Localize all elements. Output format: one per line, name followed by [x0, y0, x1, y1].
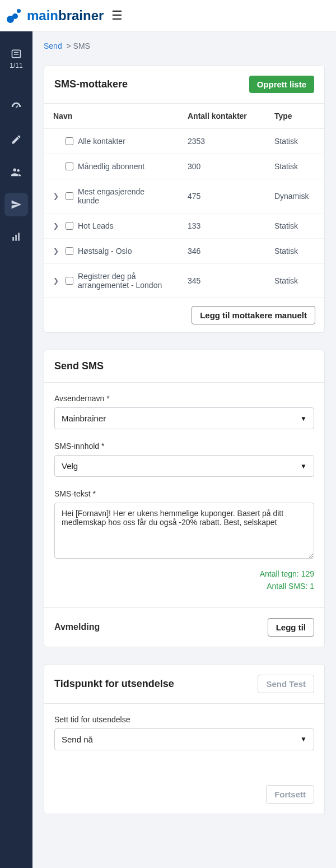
- svg-rect-5: [12, 237, 14, 241]
- row-checkbox[interactable]: [66, 192, 73, 200]
- timing-card: Tidspunkt for utsendelse Send Test Sett …: [44, 664, 325, 814]
- row-type: Statisk: [265, 129, 324, 154]
- row-checkbox[interactable]: [66, 247, 73, 255]
- add-manual-button[interactable]: Legg til mottakere manuelt: [192, 306, 315, 324]
- row-contacts: 133: [179, 213, 265, 239]
- row-type: Statisk: [265, 154, 324, 179]
- main-content: Send > SMS SMS-mottakere Opprett liste N…: [32, 31, 336, 868]
- row-contacts: 475: [179, 179, 265, 213]
- col-contacts: Antall kontakter: [179, 104, 265, 129]
- row-type: Statisk: [265, 239, 324, 264]
- table-row: ❯Mest engasjerende kunde475Dynamisk: [44, 179, 324, 213]
- sidebar-progress[interactable]: 1/11: [10, 48, 22, 69]
- row-name: Høstsalg - Oslo: [78, 247, 132, 256]
- sms-text-area[interactable]: [54, 503, 314, 559]
- chevron-right-icon[interactable]: ❯: [53, 247, 61, 255]
- breadcrumb-root[interactable]: Send: [44, 41, 62, 50]
- sidebar-edit[interactable]: [4, 128, 28, 151]
- row-type: Statisk: [265, 264, 324, 298]
- sidebar-users[interactable]: [4, 160, 28, 184]
- char-count: Antall tegn: 129: [54, 568, 314, 580]
- sidebar-progress-text: 1/11: [10, 62, 22, 69]
- logo-text: mainbrainer: [27, 8, 104, 24]
- content-select-value: Velg: [62, 461, 78, 471]
- unsub-add-button[interactable]: Legg til: [268, 618, 314, 637]
- row-name: Registrer deg på arrangementet - London: [78, 272, 167, 290]
- row-contacts: 346: [179, 239, 265, 264]
- chevron-right-icon[interactable]: ❯: [53, 277, 61, 285]
- hamburger-icon[interactable]: ☰: [111, 8, 123, 23]
- row-name: Alle kontakter: [78, 137, 125, 146]
- continue-button[interactable]: Fortsett: [266, 785, 314, 804]
- sidebar-dashboard[interactable]: [4, 95, 28, 119]
- row-checkbox[interactable]: [66, 163, 73, 170]
- create-list-button[interactable]: Opprett liste: [249, 76, 314, 93]
- chevron-right-icon[interactable]: ❯: [53, 222, 61, 230]
- logo-dots-icon: [7, 7, 24, 24]
- sender-select-value: Mainbrainer: [62, 414, 106, 423]
- send-sms-title: Send SMS: [54, 360, 104, 372]
- row-type: Dynamisk: [265, 179, 324, 213]
- sender-label: Avsendernavn *: [54, 394, 314, 403]
- svg-rect-7: [18, 233, 20, 241]
- logo: mainbrainer: [7, 7, 104, 24]
- schedule-select-value: Send nå: [62, 735, 93, 744]
- caret-down-icon: ▼: [300, 735, 307, 743]
- svg-point-3: [13, 169, 17, 172]
- sms-count: Antall SMS: 1: [54, 580, 314, 592]
- caret-down-icon: ▼: [300, 415, 307, 423]
- row-type: Statisk: [265, 213, 324, 239]
- table-row: ❯Høstsalg - Oslo346Statisk: [44, 239, 324, 264]
- breadcrumb-current: SMS: [73, 41, 90, 50]
- table-row: ❯Registrer deg på arrangementet - London…: [44, 264, 324, 298]
- recipients-card: SMS-mottakere Opprett liste Navn Antall …: [44, 65, 325, 333]
- row-checkbox[interactable]: [66, 277, 73, 285]
- row-name: Mest engasjerende kunde: [78, 187, 167, 205]
- chevron-right-icon[interactable]: ❯: [53, 192, 61, 200]
- caret-down-icon: ▼: [300, 462, 307, 470]
- table-row: ❯Hot Leads133Statisk: [44, 213, 324, 239]
- unsub-title: Avmelding: [54, 622, 100, 632]
- row-checkbox[interactable]: [66, 222, 73, 230]
- col-name: Navn: [44, 104, 179, 129]
- content-label: SMS-innhold *: [54, 442, 314, 451]
- row-checkbox[interactable]: [66, 137, 73, 145]
- sidebar-send[interactable]: [4, 193, 28, 216]
- sender-select[interactable]: Mainbrainer ▼: [54, 407, 314, 429]
- svg-rect-6: [15, 235, 17, 241]
- content-select[interactable]: Velg ▼: [54, 455, 314, 477]
- row-contacts: 345: [179, 264, 265, 298]
- recipients-table: Navn Antall kontakter Type ❯Alle kontakt…: [44, 104, 324, 298]
- send-test-button[interactable]: Send Test: [258, 675, 314, 693]
- sidebar-analytics[interactable]: [4, 225, 28, 249]
- sidebar: 1/11: [0, 31, 32, 868]
- send-sms-card: Send SMS Avsendernavn * Mainbrainer ▼ SM…: [44, 350, 325, 647]
- row-name: Månedlig abonnent: [78, 162, 144, 171]
- schedule-label: Sett tid for utsendelse: [54, 715, 314, 724]
- col-type: Type: [265, 104, 324, 129]
- text-label: SMS-tekst *: [54, 489, 314, 498]
- schedule-select[interactable]: Send nå ▼: [54, 728, 314, 750]
- row-contacts: 300: [179, 154, 265, 179]
- logo-text-first: main: [27, 8, 58, 23]
- table-row: ❯Månedlig abonnent300Statisk: [44, 154, 324, 179]
- row-contacts: 2353: [179, 129, 265, 154]
- topbar: mainbrainer ☰: [0, 0, 336, 31]
- table-row: ❯Alle kontakter2353Statisk: [44, 129, 324, 154]
- timing-title: Tidspunkt for utsendelse: [54, 678, 174, 690]
- svg-point-4: [17, 169, 20, 172]
- recipients-title: SMS-mottakere: [54, 78, 128, 90]
- row-name: Hot Leads: [78, 221, 114, 230]
- breadcrumb: Send > SMS: [44, 41, 325, 50]
- logo-text-second: brainer: [58, 8, 104, 23]
